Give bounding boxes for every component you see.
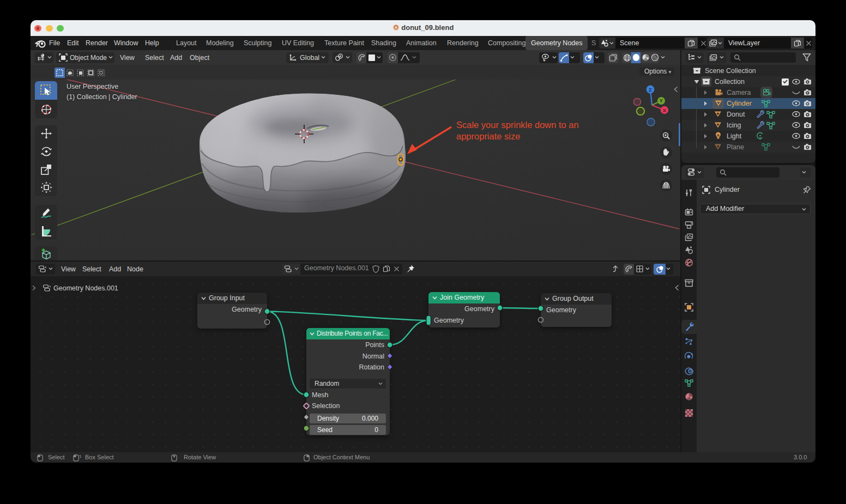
svg-text:Y: Y — [660, 98, 663, 104]
svg-text:X: X — [663, 107, 667, 113]
svg-text:Z: Z — [649, 87, 652, 93]
